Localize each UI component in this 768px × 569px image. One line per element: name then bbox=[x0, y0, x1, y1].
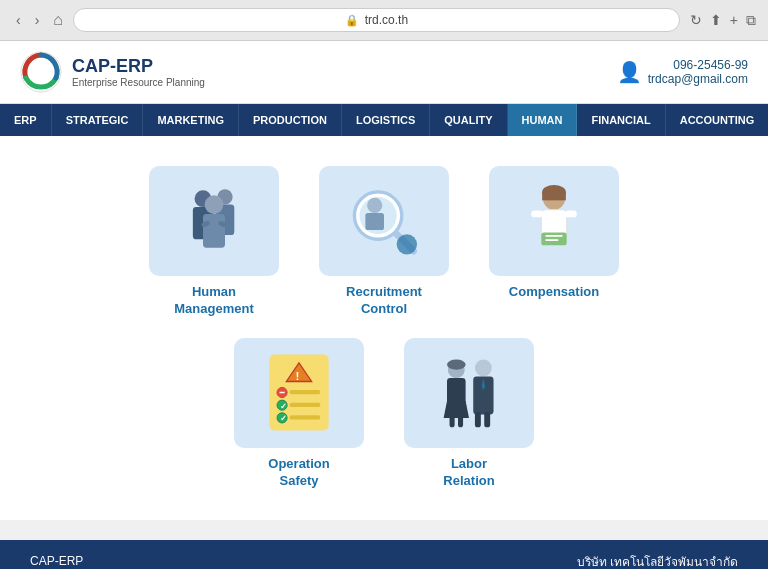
browser-nav[interactable]: ‹ › bbox=[12, 10, 43, 30]
nav-bar: ERP STRATEGIC MARKETING PRODUCTION LOGIS… bbox=[0, 104, 768, 136]
email-address: trdcap@gmail.com bbox=[648, 72, 748, 86]
address-bar[interactable]: 🔒 trd.co.th bbox=[73, 8, 680, 32]
nav-item-human[interactable]: HUMAN bbox=[508, 104, 578, 136]
module-compensation[interactable]: Compensation bbox=[479, 166, 629, 318]
svg-point-5 bbox=[205, 195, 224, 214]
svg-text:!: ! bbox=[296, 369, 300, 383]
recruitment-illustration bbox=[329, 174, 439, 269]
browser-actions: ↻ ⬆ + ⧉ bbox=[690, 12, 756, 29]
browser-chrome: ‹ › ⌂ 🔒 trd.co.th ↻ ⬆ + ⧉ bbox=[0, 0, 768, 41]
human-management-icon-box bbox=[149, 166, 279, 276]
compensation-icon-box bbox=[489, 166, 619, 276]
svg-rect-17 bbox=[542, 191, 566, 199]
compensation-label: Compensation bbox=[509, 284, 599, 301]
human-management-label: HumanManagement bbox=[174, 284, 253, 318]
svg-point-37 bbox=[447, 360, 466, 370]
main-content: HumanManagement Recr bbox=[0, 136, 768, 520]
logo-name: CAP-ERP bbox=[72, 56, 205, 77]
svg-rect-35 bbox=[290, 416, 320, 420]
forward-button[interactable]: › bbox=[31, 10, 44, 30]
contact-info: 👤 096-25456-99 trdcap@gmail.com bbox=[617, 58, 748, 86]
nav-item-logistics[interactable]: LOGISTICS bbox=[342, 104, 430, 136]
svg-rect-45 bbox=[475, 412, 481, 427]
labor-relation-label: LaborRelation bbox=[443, 456, 494, 490]
nav-item-strategic[interactable]: STRATEGIC bbox=[52, 104, 144, 136]
refresh-icon[interactable]: ↻ bbox=[690, 12, 702, 29]
svg-text:✓: ✓ bbox=[280, 414, 287, 424]
human-management-illustration bbox=[159, 174, 269, 269]
compensation-illustration bbox=[499, 174, 609, 269]
svg-point-42 bbox=[475, 360, 492, 377]
svg-rect-32 bbox=[290, 403, 320, 407]
share-icon[interactable]: ⬆ bbox=[710, 12, 722, 29]
module-labor-relation[interactable]: LaborRelation bbox=[394, 338, 544, 490]
recruitment-control-icon-box bbox=[319, 166, 449, 276]
url-text: trd.co.th bbox=[365, 13, 408, 27]
new-tab-icon[interactable]: + bbox=[730, 12, 738, 29]
nav-item-production[interactable]: PRODUCTION bbox=[239, 104, 342, 136]
svg-rect-29 bbox=[290, 390, 320, 394]
svg-rect-12 bbox=[365, 213, 384, 230]
module-human-management[interactable]: HumanManagement bbox=[139, 166, 289, 318]
phone-number: 096-25456-99 bbox=[648, 58, 748, 72]
site-header: CAP-ERP Enterprise Resource Planning 👤 0… bbox=[0, 41, 768, 104]
logo-area: CAP-ERP Enterprise Resource Planning bbox=[20, 51, 205, 93]
contact-details: 096-25456-99 trdcap@gmail.com bbox=[648, 58, 748, 86]
svg-rect-40 bbox=[450, 412, 455, 427]
svg-rect-21 bbox=[541, 232, 566, 245]
logo-text-area: CAP-ERP Enterprise Resource Planning bbox=[72, 56, 205, 88]
svg-point-14 bbox=[397, 234, 417, 254]
modules-grid: HumanManagement Recr bbox=[104, 166, 664, 490]
operation-safety-illustration: ! ✓ ✓ bbox=[244, 345, 354, 440]
home-button[interactable]: ⌂ bbox=[53, 11, 63, 29]
module-operation-safety[interactable]: ! ✓ ✓ OperationSafety bbox=[224, 338, 374, 490]
logo-subtitle: Enterprise Resource Planning bbox=[72, 77, 205, 88]
lock-icon: 🔒 bbox=[345, 14, 359, 27]
operation-safety-icon-box: ! ✓ ✓ bbox=[234, 338, 364, 448]
labor-relation-icon-box bbox=[404, 338, 534, 448]
footer-right: บริษัท เทคโนโลยีวัจพัมนาจำกัด bbox=[577, 552, 738, 569]
svg-rect-41 bbox=[458, 412, 463, 427]
footer-left: CAP-ERP bbox=[30, 554, 83, 568]
svg-point-11 bbox=[367, 197, 382, 212]
person-icon: 👤 bbox=[617, 60, 642, 84]
back-button[interactable]: ‹ bbox=[12, 10, 25, 30]
svg-marker-39 bbox=[444, 401, 469, 418]
nav-item-accounting[interactable]: ACCOUNTING bbox=[666, 104, 768, 136]
svg-text:✓: ✓ bbox=[280, 401, 287, 411]
nav-item-marketing[interactable]: MARKETING bbox=[143, 104, 239, 136]
svg-rect-6 bbox=[203, 213, 225, 247]
operation-safety-label: OperationSafety bbox=[268, 456, 329, 490]
recruitment-control-label: RecruitmentControl bbox=[346, 284, 422, 318]
nav-item-erp[interactable]: ERP bbox=[0, 104, 52, 136]
site-footer: CAP-ERP บริษัท เทคโนโลยีวัจพัมนาจำกัด bbox=[0, 540, 768, 569]
svg-rect-20 bbox=[565, 210, 577, 217]
nav-item-quality[interactable]: QUALITY bbox=[430, 104, 507, 136]
nav-item-financial[interactable]: FINANCIAL bbox=[577, 104, 665, 136]
labor-relation-illustration bbox=[414, 345, 524, 440]
logo-icon bbox=[20, 51, 62, 93]
tabs-icon[interactable]: ⧉ bbox=[746, 12, 756, 29]
svg-rect-46 bbox=[484, 412, 490, 427]
module-recruitment-control[interactable]: RecruitmentControl bbox=[309, 166, 459, 318]
svg-rect-19 bbox=[531, 210, 543, 217]
